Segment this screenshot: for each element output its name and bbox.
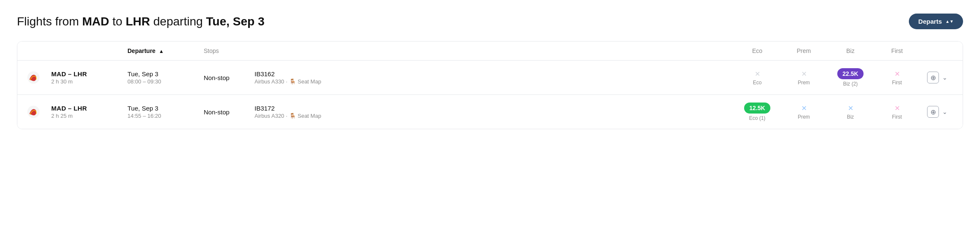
chevron-down-button[interactable]: ⌄ (942, 74, 947, 81)
prem-label: Prem (798, 80, 810, 86)
prem-unavailable-icon: ✕ (801, 70, 807, 78)
prem-label: Prem (798, 114, 810, 120)
first-cell-row2: ✕ First (874, 104, 920, 120)
first-label: First (892, 80, 902, 86)
departure-sort-icon: ▲ (159, 48, 164, 54)
flight-duration: 2 h 30 m (51, 78, 127, 85)
eco-cell-row2[interactable]: 12.5K Eco (1) (734, 103, 781, 121)
biz-cell-row2: ✕ Biz (827, 104, 874, 120)
stops-cell: Non-stop (204, 74, 255, 81)
iberia-logo-icon (27, 105, 40, 119)
biz-label: Biz (2) (843, 81, 858, 87)
flight-aircraft: Airbus A330 · 🪑 Seat Map (255, 78, 734, 85)
airline-logo (26, 70, 41, 85)
stops-cell: Non-stop (204, 108, 255, 116)
prem-cell-row1: ✕ Prem (781, 70, 827, 86)
dep-time: 14:55 – 16:20 (127, 113, 204, 119)
flights-table: Departure ▲ Stops Eco Prem Biz First MAD… (17, 41, 963, 129)
departure-info: Tue, Sep 3 08:00 – 09:30 (127, 70, 204, 85)
dep-time: 08:00 – 09:30 (127, 78, 204, 85)
prem-unavailable-icon: ✕ (801, 104, 807, 112)
dep-date: Tue, Sep 3 (127, 70, 204, 78)
destination-code: LHR (126, 15, 150, 28)
flight-detail: IB3172 Airbus A320 · 🪑 Seat Map (255, 105, 734, 119)
seat-map-icon: 🪑 (289, 78, 296, 85)
origin-code: MAD (82, 15, 109, 28)
expand-button[interactable]: ⊕ (927, 72, 939, 83)
flight-route: MAD – LHR (51, 70, 127, 78)
chevron-down-button[interactable]: ⌄ (942, 108, 947, 115)
col-actions (920, 47, 954, 54)
action-cell-row2: ⊕ ⌄ (920, 106, 954, 118)
airline-logo (26, 104, 41, 119)
flight-duration: 2 h 25 m (51, 113, 127, 119)
title-mid2: departing (150, 15, 206, 28)
col-prem-header: Prem (781, 47, 827, 54)
flight-aircraft: Airbus A320 · 🪑 Seat Map (255, 113, 734, 119)
biz-unavailable-icon: ✕ (848, 104, 853, 112)
departure-date: Tue, Sep 3 (206, 15, 265, 28)
flight-route: MAD – LHR (51, 105, 127, 112)
seat-map-link[interactable]: Seat Map (298, 113, 321, 119)
flight-detail: IB3162 Airbus A330 · 🪑 Seat Map (255, 70, 734, 85)
flight-info: MAD – LHR 2 h 25 m (51, 105, 127, 119)
seat-map-icon: 🪑 (289, 113, 296, 119)
title-mid1: to (109, 15, 126, 28)
seat-map-link[interactable]: Seat Map (298, 78, 321, 85)
col-first-header: First (874, 47, 920, 54)
col-empty (255, 47, 734, 54)
biz-label: Biz (847, 114, 854, 120)
first-unavailable-icon: ✕ (894, 104, 900, 112)
col-stops-header: Stops (204, 47, 255, 54)
expand-button[interactable]: ⊕ (927, 106, 939, 118)
eco-price-badge: 12.5K (744, 103, 770, 114)
eco-unavailable-icon: ✕ (755, 70, 760, 78)
departs-sort-button[interactable]: Departs ▲▼ (909, 14, 963, 29)
page-header: Flights from MAD to LHR departing Tue, S… (17, 14, 963, 29)
action-cell-row1: ⊕ ⌄ (920, 72, 954, 83)
table-row: MAD – LHR 2 h 30 m Tue, Sep 3 08:00 – 09… (17, 61, 963, 95)
eco-cell-row1: ✕ Eco (734, 70, 781, 86)
eco-label: Eco (1) (749, 115, 766, 121)
page-title: Flights from MAD to LHR departing Tue, S… (17, 15, 265, 28)
first-label: First (892, 114, 902, 120)
col-logo (26, 47, 51, 54)
dep-date: Tue, Sep 3 (127, 105, 204, 112)
biz-cell-row1[interactable]: 22.5K Biz (2) (827, 68, 874, 87)
col-biz-header: Biz (827, 47, 874, 54)
col-duration-header (51, 47, 127, 54)
title-prefix: Flights from (17, 15, 82, 28)
iberia-logo-icon (27, 71, 40, 84)
col-departure-header: Departure ▲ (127, 47, 204, 54)
first-unavailable-icon: ✕ (894, 70, 900, 78)
table-header: Departure ▲ Stops Eco Prem Biz First (17, 42, 963, 61)
first-cell-row1: ✕ First (874, 70, 920, 86)
flight-number: IB3162 (255, 70, 734, 78)
biz-price-badge: 22.5K (837, 68, 863, 79)
eco-label: Eco (753, 80, 762, 86)
prem-cell-row2: ✕ Prem (781, 104, 827, 120)
departure-info: Tue, Sep 3 14:55 – 16:20 (127, 105, 204, 119)
flight-info: MAD – LHR 2 h 30 m (51, 70, 127, 85)
table-row: MAD – LHR 2 h 25 m Tue, Sep 3 14:55 – 16… (17, 95, 963, 129)
col-eco-header: Eco (734, 47, 781, 54)
flight-number: IB3172 (255, 105, 734, 112)
departs-label: Departs (918, 18, 942, 25)
sort-arrows-icon: ▲▼ (945, 19, 954, 24)
